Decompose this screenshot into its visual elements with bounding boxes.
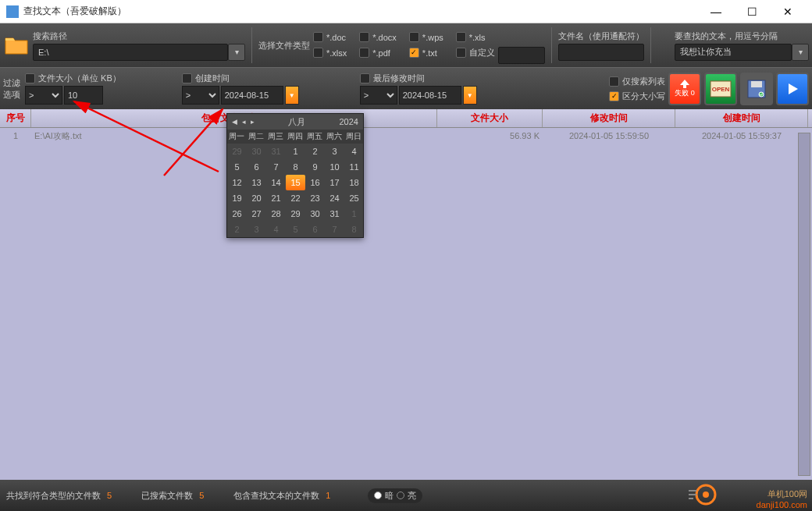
cal-day[interactable]: 17 — [325, 175, 344, 190]
cal-day[interactable]: 5 — [286, 222, 305, 237]
theme-toggle[interactable]: 暗 亮 — [368, 488, 422, 503]
cal-day[interactable]: 5 — [227, 159, 247, 175]
checkbox-xls[interactable] — [456, 32, 466, 42]
cal-day[interactable]: 31 — [266, 144, 286, 159]
cal-day[interactable]: 13 — [247, 175, 266, 190]
custom-ext-input[interactable] — [498, 47, 545, 64]
close-button[interactable]: ✕ — [770, 0, 806, 23]
cal-day[interactable]: 30 — [305, 206, 325, 222]
checkbox-custom[interactable] — [456, 48, 466, 58]
cal-weekday: 周一 — [227, 130, 247, 144]
cal-day[interactable]: 26 — [227, 206, 247, 222]
mtime-compare-select[interactable]: > — [360, 86, 397, 105]
cal-day[interactable]: 30 — [247, 144, 266, 159]
filename-label: 文件名（使用通配符） — [558, 30, 644, 42]
minimize-button[interactable]: — — [698, 0, 734, 23]
checkbox-txt[interactable] — [409, 48, 419, 58]
play-button[interactable] — [776, 73, 809, 105]
cal-day[interactable]: 8 — [344, 222, 364, 237]
filename-input[interactable] — [558, 44, 644, 61]
checkbox-ctime-filter[interactable] — [182, 73, 192, 83]
checkbox-docx[interactable] — [359, 32, 369, 42]
cal-day[interactable]: 7 — [266, 159, 286, 175]
ctime-date-picker-button[interactable]: ▼ — [285, 86, 299, 105]
cal-day[interactable]: 10 — [325, 159, 344, 175]
cal-day[interactable]: 29 — [227, 144, 247, 159]
search-text-dropdown[interactable]: ▾ — [792, 44, 809, 61]
cal-weekday: 周四 — [286, 130, 305, 144]
cal-day[interactable]: 2 — [227, 222, 247, 237]
cal-prev-year-icon[interactable]: ◀ — [232, 118, 237, 126]
checkbox-case-sensitive[interactable] — [609, 91, 619, 101]
cal-day[interactable]: 23 — [305, 190, 325, 206]
filetype-label: 选择文件类型 — [258, 40, 310, 51]
col-seq[interactable]: 序号 — [0, 109, 31, 127]
mtime-date-picker-button[interactable]: ▼ — [463, 86, 477, 105]
col-size[interactable]: 文件大小 — [437, 109, 543, 127]
cal-day[interactable]: 11 — [344, 159, 364, 175]
cal-day[interactable]: 21 — [266, 190, 286, 206]
maximize-button[interactable]: ☐ — [734, 0, 770, 23]
folder-icon[interactable] — [3, 32, 30, 59]
ctime-compare-select[interactable]: > — [182, 86, 219, 105]
cal-day[interactable]: 22 — [286, 190, 305, 206]
cal-next-month-icon[interactable]: ▸ — [251, 118, 255, 126]
cal-day[interactable]: 19 — [227, 190, 247, 206]
cal-day[interactable]: 3 — [325, 144, 344, 159]
search-text-input[interactable] — [675, 44, 792, 61]
window-title: 查找文本（吾爱破解版） — [23, 5, 698, 18]
cal-day[interactable]: 25 — [344, 190, 364, 206]
cal-day[interactable]: 27 — [247, 206, 266, 222]
cal-day[interactable]: 6 — [247, 159, 266, 175]
cal-day[interactable]: 1 — [286, 144, 305, 159]
size-compare-select[interactable]: > — [25, 86, 62, 105]
cal-day[interactable]: 3 — [247, 222, 266, 237]
size-value-input[interactable] — [64, 86, 103, 105]
checkbox-wps[interactable] — [409, 32, 419, 42]
ctime-date-input[interactable] — [221, 86, 283, 105]
cal-day[interactable]: 8 — [286, 159, 305, 175]
cal-day[interactable]: 24 — [325, 190, 344, 206]
cal-day[interactable]: 14 — [266, 175, 286, 190]
vertical-scrollbar[interactable] — [798, 133, 810, 476]
cal-year: 2024 — [340, 117, 358, 126]
svg-rect-3 — [751, 81, 762, 87]
cal-day[interactable]: 16 — [305, 175, 325, 190]
col-ctime[interactable]: 创建时间 — [675, 109, 808, 127]
cal-day[interactable]: 12 — [227, 175, 247, 190]
checkbox-mtime-filter[interactable] — [360, 73, 370, 83]
cal-day[interactable]: 18 — [344, 175, 364, 190]
cal-day[interactable]: 15 — [286, 175, 305, 190]
checkbox-doc[interactable] — [313, 32, 323, 42]
checkbox-pdf[interactable] — [359, 48, 369, 58]
svg-point-4 — [759, 92, 764, 97]
checkbox-only-list[interactable] — [609, 76, 619, 87]
col-mtime[interactable]: 修改时间 — [543, 109, 675, 127]
play-icon — [785, 82, 800, 96]
cal-day[interactable]: 4 — [344, 144, 364, 159]
cal-day[interactable]: 1 — [344, 206, 364, 222]
calendar-popup[interactable]: ◀ ◂ ▸ 八月 2024 周一周二周三周四周五周六周日 29303112345… — [226, 113, 364, 238]
checkbox-xlsx[interactable] — [313, 48, 323, 58]
radio-light[interactable] — [397, 491, 404, 499]
cal-day[interactable]: 7 — [325, 222, 344, 237]
arrow-up-icon — [678, 79, 691, 88]
table-row[interactable]: 1 E:\AI攻略.txt 56.93 K 2024-01-05 15:59:5… — [0, 128, 812, 144]
cal-day[interactable]: 28 — [266, 206, 286, 222]
cal-day[interactable]: 2 — [305, 144, 325, 159]
save-button[interactable] — [740, 73, 773, 105]
path-input[interactable] — [33, 44, 228, 61]
open-button[interactable]: OPEN — [704, 73, 737, 105]
cal-day[interactable]: 20 — [247, 190, 266, 206]
cal-day[interactable]: 31 — [325, 206, 344, 222]
fail-button[interactable]: 失败 0 — [668, 73, 701, 105]
path-dropdown-button[interactable]: ▾ — [228, 44, 245, 61]
mtime-date-input[interactable] — [399, 86, 461, 105]
cal-day[interactable]: 9 — [305, 159, 325, 175]
cal-day[interactable]: 29 — [286, 206, 305, 222]
cal-prev-month-icon[interactable]: ◂ — [242, 118, 246, 126]
checkbox-size-filter[interactable] — [25, 73, 35, 83]
radio-dark[interactable] — [374, 491, 382, 499]
cal-day[interactable]: 6 — [305, 222, 325, 237]
cal-day[interactable]: 4 — [266, 222, 286, 237]
